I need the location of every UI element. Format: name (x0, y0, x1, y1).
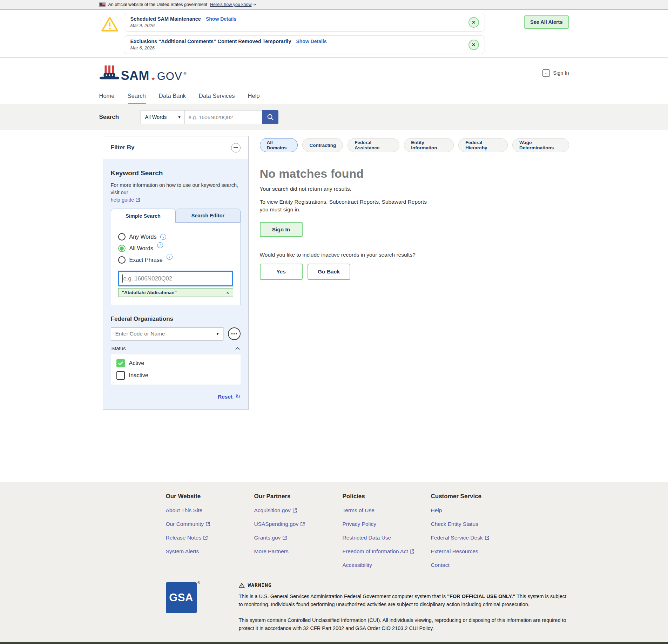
reset-icon[interactable]: ↻ (235, 393, 240, 400)
keyword-search-input[interactable] (118, 271, 233, 286)
footer-link-our-community[interactable]: Our Community (166, 521, 254, 527)
search-band-label: Search (99, 114, 141, 121)
nav-item-data-bank[interactable]: Data Bank (159, 88, 186, 104)
footer-link-foia[interactable]: Freedom of Information Act (343, 548, 431, 555)
federal-organizations-select[interactable]: Enter Code or Name ▾ (111, 327, 223, 340)
domain-tab-wage-determinations[interactable]: Wage Determinations (512, 138, 569, 152)
filter-panel: Filter By Keyword Search For more inform… (103, 136, 249, 410)
warning-paragraph-2: This system contains Controlled Unclassi… (239, 616, 569, 632)
collapse-filters-button[interactable] (231, 143, 241, 152)
warning-icon (239, 583, 245, 588)
nav-item-home[interactable]: Home (99, 88, 115, 104)
all-words-radio[interactable] (118, 245, 126, 252)
footer-link-release-notes[interactable]: Release Notes (166, 535, 254, 541)
footer-link-restricted-data-use[interactable]: Restricted Data Use (343, 535, 431, 541)
go-back-button[interactable]: Go Back (308, 264, 350, 280)
keyword-search-intro: For more information on how to use our k… (111, 182, 241, 196)
search-submit-button[interactable] (262, 110, 278, 124)
main-nav: Home Search Data Bank Data Services Help (0, 88, 668, 104)
alert-date: Mar 9, 2026 (130, 23, 464, 28)
any-words-radio[interactable] (118, 233, 126, 240)
external-link-icon (301, 522, 305, 526)
footer-link-system-alerts[interactable]: System Alerts (166, 548, 254, 555)
domain-tab-federal-hierarchy[interactable]: Federal Hierarchy (458, 138, 508, 152)
info-icon[interactable]: i (157, 242, 163, 248)
nav-item-help[interactable]: Help (248, 88, 260, 104)
footer-link-more-partners[interactable]: More Partners (254, 548, 343, 555)
close-alert-button[interactable]: × (468, 17, 479, 28)
federal-organizations-heading: Federal Organizations (111, 316, 241, 323)
footer-column-heading: Our Partners (254, 493, 343, 500)
close-alert-button[interactable]: × (468, 40, 479, 50)
show-details-link[interactable]: Show Details (296, 39, 326, 44)
domain-tab-federal-assistance[interactable]: Federal Assistance (348, 138, 399, 152)
footer-column-customer-service: Customer Service Help Check Entity Statu… (431, 493, 519, 568)
footer-link-usaspending-gov[interactable]: USASpending.gov (254, 521, 343, 527)
keyword-chip-label: "Abdullahi Abdirahman" (122, 290, 177, 295)
footer-link-acquisition-gov[interactable]: Acquisition.gov (254, 507, 343, 514)
inactive-checkbox[interactable] (116, 371, 125, 380)
external-link-icon (410, 549, 414, 554)
footer-link-external-resources[interactable]: External Resources (431, 548, 519, 555)
yes-button[interactable]: Yes (260, 264, 303, 280)
footer-link-federal-service-desk[interactable]: Federal Service Desk (431, 535, 519, 541)
external-link-icon (293, 508, 297, 513)
see-all-alerts-button[interactable]: See All Alerts (524, 15, 569, 29)
show-details-link[interactable]: Show Details (206, 16, 236, 22)
sam-gov-logo[interactable]: SAM ★ GOV ® (99, 65, 187, 81)
footer-link-check-entity-status[interactable]: Check Entity Status (431, 521, 519, 527)
tab-search-editor[interactable]: Search Editor (176, 209, 241, 223)
footer-link-privacy-policy[interactable]: Privacy Policy (343, 521, 431, 527)
external-link-icon (206, 522, 210, 526)
include-inactive-question: Would you like to include inactive recor… (260, 252, 569, 258)
footer-links-section: Our Website About This Site Our Communit… (0, 482, 668, 577)
search-mode-select[interactable]: All Words ▾ (141, 110, 184, 124)
active-checkbox[interactable] (116, 359, 125, 367)
footer-link-accessibility[interactable]: Accessibility (343, 562, 431, 568)
alerts-section: Scheduled SAM Maintenance Show Details M… (0, 9, 668, 57)
footer-column-heading: Policies (343, 493, 431, 500)
filter-panel-title: Filter By (111, 144, 135, 151)
exact-phrase-radio[interactable] (118, 256, 126, 264)
caret-down-icon: ▾ (178, 115, 180, 120)
keyword-search-heading: Keyword Search (111, 169, 241, 177)
tab-simple-search[interactable]: Simple Search (111, 209, 176, 223)
footer-link-about-this-site[interactable]: About This Site (166, 507, 254, 514)
remove-chip-button[interactable]: × (226, 290, 229, 296)
alert-title: Exclusions “Additional Comments” Content… (130, 39, 291, 44)
gsa-logo: GSA (166, 582, 197, 613)
nav-item-data-services[interactable]: Data Services (199, 88, 235, 104)
nav-item-search[interactable]: Search (128, 88, 146, 104)
search-band: Search All Words ▾ (0, 104, 668, 130)
footer-link-contact[interactable]: Contact (431, 562, 519, 568)
domain-tab-contracting[interactable]: Contracting (302, 138, 343, 152)
gsa-registered-mark: ® (197, 581, 200, 585)
footer-link-help[interactable]: Help (431, 507, 519, 514)
info-icon[interactable]: i (167, 254, 173, 260)
header-sign-in-link[interactable]: ← Sign In (542, 69, 569, 77)
domain-tab-entity-information[interactable]: Entity Information (404, 138, 454, 152)
more-options-button[interactable] (228, 327, 241, 340)
footer-link-grants-gov[interactable]: Grants.gov (254, 535, 343, 541)
gov-banner-text: An official website of the United States… (108, 2, 208, 7)
status-section-label: Status (112, 346, 126, 351)
chevron-up-icon[interactable] (235, 347, 240, 350)
external-link-icon (136, 198, 140, 202)
chevron-down-icon (253, 4, 256, 6)
info-icon[interactable]: i (160, 234, 166, 240)
how-you-know-link[interactable]: Here's how you know (210, 2, 256, 7)
domain-tab-all-domains[interactable]: All Domains (260, 138, 298, 152)
sign-in-button[interactable]: Sign In (260, 222, 303, 237)
global-search-input[interactable] (184, 110, 262, 124)
uncle-sam-hat-icon (99, 65, 120, 81)
logo-text-gov: GOV (157, 71, 182, 81)
footer-column-policies: Policies Terms of Use Privacy Policy Res… (343, 493, 431, 568)
no-matches-title: No matches found (260, 167, 569, 181)
help-guide-link[interactable]: help guide (111, 197, 140, 203)
reset-filters-link[interactable]: Reset (218, 394, 232, 400)
text-cursor (122, 274, 123, 283)
footer-link-terms-of-use[interactable]: Terms of Use (343, 507, 431, 514)
no-results-message: Your search did not return any results. (260, 186, 569, 192)
logo-registered-mark: ® (184, 72, 187, 76)
external-link-icon (283, 536, 287, 540)
